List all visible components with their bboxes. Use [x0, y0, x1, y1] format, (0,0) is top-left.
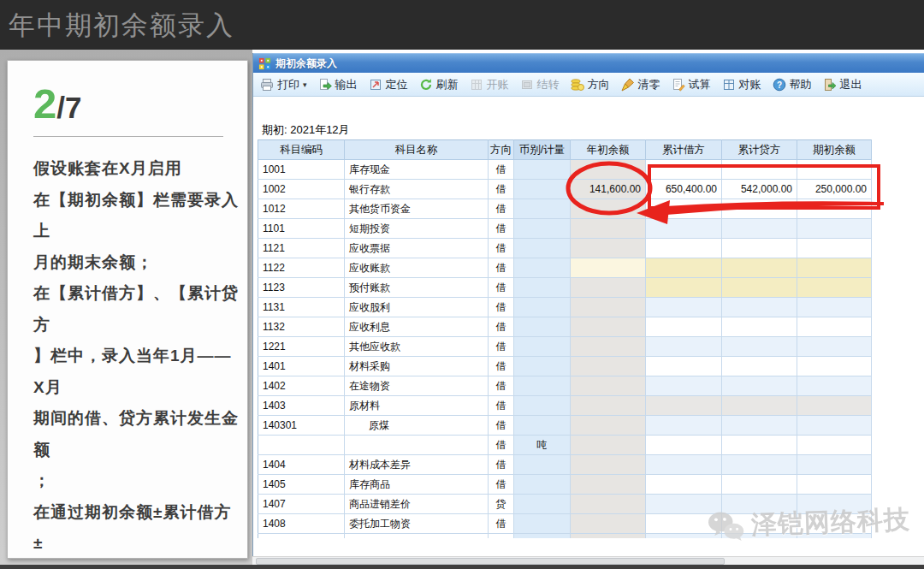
cell-name[interactable]	[345, 436, 489, 455]
cell-name[interactable]: 银行存款	[345, 180, 489, 199]
cell-cum-credit[interactable]	[722, 514, 797, 534]
cell-unit[interactable]: 吨	[514, 436, 571, 455]
cell-direction[interactable]: 借	[489, 396, 514, 416]
cell-name[interactable]: 短期投资	[345, 219, 489, 239]
cell-cum-debit[interactable]	[646, 376, 722, 396]
cell-name[interactable]: 应收账款	[345, 258, 489, 278]
cell-unit[interactable]	[514, 396, 571, 416]
printer-button[interactable]: 打印▾	[260, 77, 307, 92]
cell-code[interactable]: 1001	[258, 160, 345, 180]
cell-code[interactable]: 1404	[258, 455, 345, 475]
cell-cum-credit[interactable]	[722, 337, 797, 357]
cell-code[interactable]: 1122	[258, 258, 345, 278]
cell-unit[interactable]	[514, 514, 571, 534]
cell-year-begin[interactable]	[571, 534, 646, 538]
cell-begin-balance[interactable]: 250,000.00	[797, 180, 872, 199]
cell-name[interactable]: 材料成本差异	[345, 455, 489, 475]
cell-begin-balance[interactable]	[797, 239, 872, 258]
cell-direction[interactable]: 借	[489, 376, 514, 396]
cell-cum-credit[interactable]	[722, 475, 797, 495]
cell-year-begin[interactable]	[571, 376, 646, 396]
dropdown-caret-icon[interactable]: ▾	[303, 80, 307, 89]
cell-code[interactable]: 140301	[258, 416, 345, 436]
cell-name[interactable]: 其他货币资金	[345, 199, 489, 219]
cell-begin-balance[interactable]	[797, 357, 872, 376]
cell-begin-balance[interactable]	[797, 376, 872, 396]
cell-year-begin[interactable]	[571, 455, 646, 475]
cell-cum-credit[interactable]	[722, 239, 797, 258]
cell-year-begin[interactable]	[571, 475, 646, 495]
cell-year-begin[interactable]	[571, 298, 646, 317]
cell-code[interactable]: 1131	[258, 298, 345, 317]
cell-cum-debit[interactable]	[646, 239, 722, 258]
cell-begin-balance[interactable]	[797, 278, 872, 298]
cell-unit[interactable]	[514, 180, 571, 199]
cell-code[interactable]	[258, 436, 345, 455]
cell-begin-balance[interactable]	[797, 396, 872, 416]
cell-cum-credit[interactable]	[722, 495, 797, 514]
cell-unit[interactable]	[514, 219, 571, 239]
cell-cum-credit[interactable]	[722, 396, 797, 416]
cell-year-begin[interactable]	[571, 160, 646, 180]
cell-code[interactable]: 1123	[258, 278, 345, 298]
cell-year-begin[interactable]	[571, 317, 646, 337]
cell-code[interactable]: 1132	[258, 317, 345, 337]
cell-code[interactable]	[258, 534, 345, 538]
cell-cum-credit[interactable]	[722, 199, 797, 219]
cell-begin-balance[interactable]	[797, 514, 872, 534]
cell-begin-balance[interactable]	[797, 219, 872, 239]
cell-direction[interactable]: 借	[489, 317, 514, 337]
cell-code[interactable]: 1408	[258, 514, 345, 534]
cell-begin-balance[interactable]	[797, 475, 872, 495]
cell-year-begin[interactable]	[571, 514, 646, 534]
cell-direction[interactable]: 借	[489, 436, 514, 455]
reconcile-button[interactable]: 对账	[722, 77, 761, 92]
cell-name[interactable]: 应收利息	[345, 317, 489, 337]
cell-code[interactable]: 1121	[258, 239, 345, 258]
cell-cum-debit[interactable]	[646, 199, 722, 219]
cell-year-begin[interactable]	[571, 495, 646, 514]
export-button[interactable]: 输出	[318, 77, 358, 92]
cell-cum-credit[interactable]: 542,000.00	[722, 180, 797, 199]
cell-unit[interactable]	[514, 258, 571, 278]
cell-cum-debit[interactable]: 650,400.00	[646, 180, 722, 199]
cell-name[interactable]	[345, 534, 489, 538]
cell-direction[interactable]: 借	[489, 475, 514, 495]
cell-year-begin[interactable]	[571, 278, 646, 298]
cell-begin-balance[interactable]	[797, 455, 872, 475]
cell-name[interactable]: 原材料	[345, 396, 489, 416]
cell-year-begin[interactable]	[571, 396, 646, 416]
cell-year-begin[interactable]	[571, 258, 646, 278]
cell-cum-credit[interactable]	[722, 160, 797, 180]
cell-begin-balance[interactable]	[797, 436, 872, 455]
cell-unit[interactable]	[514, 357, 571, 376]
cell-unit[interactable]	[514, 239, 571, 258]
cell-year-begin[interactable]	[571, 239, 646, 258]
cell-begin-balance[interactable]	[797, 160, 872, 180]
window-titlebar[interactable]: 期初余额录入	[253, 53, 924, 73]
cell-cum-credit[interactable]	[722, 436, 797, 455]
cell-direction[interactable]: 借	[489, 258, 514, 278]
cell-code[interactable]: 1101	[258, 219, 345, 239]
cell-cum-debit[interactable]	[646, 357, 722, 376]
cell-begin-balance[interactable]	[797, 495, 872, 514]
cell-name[interactable]: 应收股利	[345, 298, 489, 317]
cell-code[interactable]: 1405	[258, 475, 345, 495]
direction-button[interactable]: 方向	[571, 77, 610, 92]
scrollbar-thumb[interactable]	[256, 558, 725, 565]
cell-cum-debit[interactable]	[646, 160, 722, 180]
cell-direction[interactable]: 借	[489, 298, 514, 317]
cell-direction[interactable]: 借	[489, 278, 514, 298]
cell-name[interactable]: 预付账款	[345, 278, 489, 298]
cell-cum-credit[interactable]	[722, 455, 797, 475]
cell-unit[interactable]	[514, 416, 571, 436]
cell-unit[interactable]	[514, 199, 571, 219]
cell-code[interactable]: 1401	[258, 357, 345, 376]
locate-button[interactable]: 定位	[369, 77, 408, 92]
cell-unit[interactable]	[514, 534, 571, 538]
cell-cum-credit[interactable]	[722, 258, 797, 278]
cell-direction[interactable]: 借	[489, 455, 514, 475]
cell-begin-balance[interactable]	[797, 258, 872, 278]
cell-name[interactable]: 商品进销差价	[345, 495, 489, 514]
cell-direction[interactable]: 借	[489, 337, 514, 357]
